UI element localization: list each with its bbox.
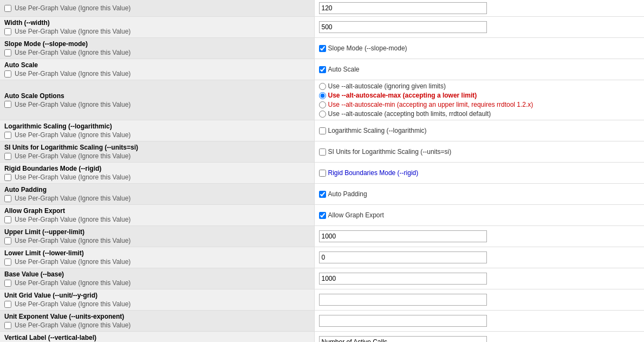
text-input-base-value[interactable] xyxy=(319,273,487,285)
per-graph-checkbox-rigid[interactable] xyxy=(4,174,11,181)
per-graph-checkbox-auto-scale-options[interactable] xyxy=(4,101,11,108)
row-header-unit-grid-value: Unit Grid Value (--unit/--y-grid) xyxy=(4,292,310,300)
checkbox-label-slope-mode: Slope Mode (--slope-mode) xyxy=(328,44,407,52)
per-graph-checkbox-unit-grid-value[interactable] xyxy=(4,301,11,308)
text-input-unit-exponent[interactable] xyxy=(319,315,487,327)
right-cell-allow-graph-export: Allow Graph Export xyxy=(314,205,644,226)
checkbox-label-rigid: Rigid Boundaries Mode (--rigid) xyxy=(328,169,419,177)
per-graph-checkbox-height[interactable] xyxy=(4,5,11,12)
right-cell-unit-grid-value xyxy=(314,289,644,311)
per-graph-checkbox-logarithmic[interactable] xyxy=(4,132,11,139)
per-graph-label-logarithmic: Use Per-Graph Value (Ignore this Value) xyxy=(14,131,131,139)
left-cell-auto-padding: Auto PaddingUse Per-Graph Value (Ignore … xyxy=(0,184,314,205)
right-cell-lower-limit xyxy=(314,247,644,268)
row-header-width: Width (--width) xyxy=(4,19,310,28)
text-input-unit-grid-value[interactable] xyxy=(319,294,487,306)
row-header-lower-limit: Lower Limit (--lower-limit) xyxy=(4,249,310,258)
per-graph-checkbox-auto-scale[interactable] xyxy=(4,70,11,78)
right-cell-base-value xyxy=(314,268,644,289)
right-cell-auto-padding: Auto Padding xyxy=(314,184,644,205)
settings-row-base-value: Base Value (--base)Use Per-Graph Value (… xyxy=(0,268,644,289)
per-graph-label-rigid: Use Per-Graph Value (Ignore this Value) xyxy=(14,173,131,181)
per-graph-checkbox-unit-exponent[interactable] xyxy=(4,322,11,329)
checkbox-auto-padding[interactable] xyxy=(319,191,326,198)
per-graph-checkbox-auto-padding[interactable] xyxy=(4,195,11,202)
radio-label-auto-scale-options-3: Use --alt-autoscale (accepting both limi… xyxy=(328,110,491,118)
checkbox-label-logarithmic: Logarithmic Scaling (--logarithmic) xyxy=(328,127,427,134)
per-graph-label-height: Use Per-Graph Value (Ignore this Value) xyxy=(14,4,131,12)
text-input-lower-limit[interactable] xyxy=(319,251,487,263)
per-graph-container-height: Use Per-Graph Value (Ignore this Value) xyxy=(4,4,310,12)
text-input-vertical-label[interactable] xyxy=(319,336,487,342)
per-graph-checkbox-width[interactable] xyxy=(4,28,11,35)
text-input-width[interactable] xyxy=(319,21,487,33)
row-header-slope-mode: Slope Mode (--slope-mode) xyxy=(4,40,310,49)
right-cell-width xyxy=(314,17,644,38)
per-graph-label-allow-graph-export: Use Per-Graph Value (Ignore this Value) xyxy=(14,216,131,223)
per-graph-label-auto-scale: Use Per-Graph Value (Ignore this Value) xyxy=(14,70,131,78)
radio-label-auto-scale-options-0: Use --alt-autoscale (ignoring given limi… xyxy=(328,82,446,90)
per-graph-checkbox-allow-graph-export[interactable] xyxy=(4,216,11,223)
per-graph-container-logarithmic: Use Per-Graph Value (Ignore this Value) xyxy=(4,131,310,139)
row-header-logarithmic: Logarithmic Scaling (--logarithmic) xyxy=(4,122,310,131)
checkbox-logarithmic[interactable] xyxy=(319,127,326,134)
per-graph-checkbox-base-value[interactable] xyxy=(4,280,11,287)
checkbox-si-units[interactable] xyxy=(319,149,326,156)
checkbox-item-rigid: Rigid Boundaries Mode (--rigid) xyxy=(319,169,640,177)
left-cell-base-value: Base Value (--base)Use Per-Graph Value (… xyxy=(0,268,314,289)
per-graph-checkbox-si-units[interactable] xyxy=(4,153,11,160)
text-input-upper-limit[interactable] xyxy=(319,230,487,242)
per-graph-label-unit-grid-value: Use Per-Graph Value (Ignore this Value) xyxy=(14,300,131,308)
right-cell-upper-limit xyxy=(314,226,644,247)
per-graph-container-width: Use Per-Graph Value (Ignore this Value) xyxy=(4,28,310,35)
checkbox-item-allow-graph-export: Allow Graph Export xyxy=(319,211,640,219)
row-header-unit-exponent: Unit Exponent Value (--units-exponent) xyxy=(4,313,310,321)
checkbox-label-auto-scale: Auto Scale xyxy=(328,66,360,73)
per-graph-checkbox-lower-limit[interactable] xyxy=(4,259,11,266)
settings-row-width: Width (--width)Use Per-Graph Value (Igno… xyxy=(0,17,644,38)
row-header-vertical-label: Vertical Label (--vertical-label) xyxy=(4,334,310,342)
checkbox-auto-scale[interactable] xyxy=(319,66,326,73)
left-cell-vertical-label: Vertical Label (--vertical-label)Use Per… xyxy=(0,332,314,343)
per-graph-label-si-units: Use Per-Graph Value (Ignore this Value) xyxy=(14,152,131,160)
per-graph-checkbox-upper-limit[interactable] xyxy=(4,237,11,244)
settings-row-auto-scale: Auto ScaleUse Per-Graph Value (Ignore th… xyxy=(0,59,644,80)
checkbox-item-auto-scale: Auto Scale xyxy=(319,66,640,73)
per-graph-label-upper-limit: Use Per-Graph Value (Ignore this Value) xyxy=(14,237,131,244)
settings-row-auto-scale-options: Auto Scale OptionsUse Per-Graph Value (I… xyxy=(0,80,644,120)
radio-auto-scale-options-2[interactable] xyxy=(319,101,326,108)
settings-row-logarithmic: Logarithmic Scaling (--logarithmic)Use P… xyxy=(0,120,644,141)
checkbox-allow-graph-export[interactable] xyxy=(319,212,326,219)
right-cell-logarithmic: Logarithmic Scaling (--logarithmic) xyxy=(314,120,644,141)
left-cell-slope-mode: Slope Mode (--slope-mode)Use Per-Graph V… xyxy=(0,38,314,59)
per-graph-checkbox-slope-mode[interactable] xyxy=(4,49,11,56)
settings-row-auto-padding: Auto PaddingUse Per-Graph Value (Ignore … xyxy=(0,184,644,205)
checkbox-item-logarithmic: Logarithmic Scaling (--logarithmic) xyxy=(319,127,640,134)
left-cell-allow-graph-export: Allow Graph ExportUse Per-Graph Value (I… xyxy=(0,205,314,226)
settings-row-si-units: SI Units for Logarithmic Scaling (--unit… xyxy=(0,141,644,163)
per-graph-container-allow-graph-export: Use Per-Graph Value (Ignore this Value) xyxy=(4,216,310,223)
per-graph-container-upper-limit: Use Per-Graph Value (Ignore this Value) xyxy=(4,237,310,244)
radio-auto-scale-options-1[interactable] xyxy=(319,92,326,99)
checkbox-label-si-units: SI Units for Logarithmic Scaling (--unit… xyxy=(328,148,452,156)
row-header-auto-scale-options: Auto Scale Options xyxy=(4,92,310,101)
row-header-allow-graph-export: Allow Graph Export xyxy=(4,207,310,216)
text-input-height[interactable] xyxy=(319,2,487,14)
radio-auto-scale-options-0[interactable] xyxy=(319,83,326,90)
left-cell-rigid: Rigid Boundaries Mode (--rigid)Use Per-G… xyxy=(0,163,314,184)
row-header-si-units: SI Units for Logarithmic Scaling (--unit… xyxy=(4,144,310,152)
right-cell-unit-exponent xyxy=(314,311,644,332)
checkbox-label-allow-graph-export: Allow Graph Export xyxy=(328,211,384,219)
per-graph-container-slope-mode: Use Per-Graph Value (Ignore this Value) xyxy=(4,49,310,56)
left-cell-upper-limit: Upper Limit (--upper-limit)Use Per-Graph… xyxy=(0,226,314,247)
radio-auto-scale-options-3[interactable] xyxy=(319,111,326,118)
per-graph-container-rigid: Use Per-Graph Value (Ignore this Value) xyxy=(4,173,310,181)
per-graph-container-unit-grid-value: Use Per-Graph Value (Ignore this Value) xyxy=(4,300,310,308)
settings-row-rigid: Rigid Boundaries Mode (--rigid)Use Per-G… xyxy=(0,163,644,184)
left-cell-lower-limit: Lower Limit (--lower-limit)Use Per-Graph… xyxy=(0,247,314,268)
settings-row-allow-graph-export: Allow Graph ExportUse Per-Graph Value (I… xyxy=(0,205,644,226)
checkbox-rigid[interactable] xyxy=(319,170,326,177)
per-graph-label-auto-scale-options: Use Per-Graph Value (Ignore this Value) xyxy=(14,101,131,108)
checkbox-slope-mode[interactable] xyxy=(319,45,326,52)
checkbox-item-slope-mode: Slope Mode (--slope-mode) xyxy=(319,44,640,52)
